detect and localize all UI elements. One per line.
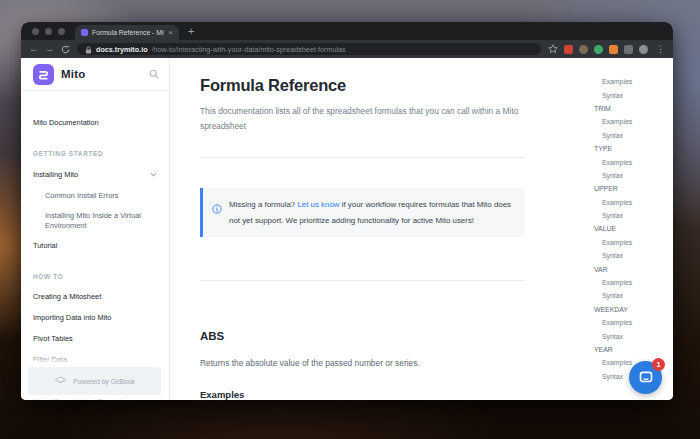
sidebar: Mito Mito Documentation GETTING STARTED … bbox=[21, 58, 170, 400]
sidebar-item-common-install-errors[interactable]: Common Install Errors bbox=[21, 191, 169, 201]
new-tab-button[interactable]: + bbox=[188, 26, 194, 37]
toc-item[interactable]: Syntax bbox=[546, 329, 673, 342]
sidebar-item-tutorial[interactable]: Tutorial bbox=[21, 241, 169, 251]
toc-item-label: Examples bbox=[602, 118, 632, 125]
main-content: Formula Reference This documentation lis… bbox=[170, 58, 546, 400]
toc-item[interactable]: Syntax bbox=[546, 209, 673, 222]
extension-green-icon[interactable] bbox=[594, 45, 603, 54]
toc-item[interactable]: Examples bbox=[546, 276, 673, 289]
toc-item[interactable]: UPPER bbox=[546, 182, 673, 195]
lock-icon bbox=[85, 43, 92, 55]
sidebar-item-label: Installing Mito bbox=[33, 170, 78, 180]
toc-item-label: Examples bbox=[602, 279, 632, 286]
chat-bubble-icon bbox=[638, 370, 654, 385]
toc-item[interactable]: TYPE bbox=[546, 142, 673, 155]
page-subtitle: This documentation lists all of the spre… bbox=[200, 104, 525, 133]
toc-item[interactable]: WEEKDAY bbox=[546, 303, 673, 316]
toc-item-label: Examples bbox=[602, 359, 632, 366]
table-of-contents: Examples Syntax TRIM Examples Syntax bbox=[546, 58, 673, 400]
close-window-button[interactable] bbox=[32, 28, 39, 35]
bookmark-star-icon[interactable] bbox=[548, 40, 558, 58]
toc-item[interactable]: Syntax bbox=[546, 249, 673, 262]
toc-item[interactable]: TRIM bbox=[546, 102, 673, 115]
toc-item[interactable]: Syntax bbox=[546, 88, 673, 101]
gitbook-footer-label: Powered by GitBook bbox=[73, 378, 135, 385]
toc-item-label: Examples bbox=[602, 239, 632, 246]
toc-item[interactable]: Examples bbox=[546, 316, 673, 329]
sidebar-item-creating-mitosheet[interactable]: Creating a Mitosheet bbox=[21, 292, 169, 302]
url-path: /how-to/interacting-with-your-data/mito-… bbox=[152, 45, 346, 54]
toc-item-label: Syntax bbox=[602, 373, 623, 380]
toc-item-label: Examples bbox=[602, 159, 632, 166]
page-content: Mito Mito Documentation GETTING STARTED … bbox=[21, 58, 673, 400]
profile-avatar[interactable] bbox=[639, 45, 648, 54]
sidebar-item-mito-documentation[interactable]: Mito Documentation bbox=[21, 118, 169, 128]
sidebar-item-installing-mito[interactable]: Installing Mito bbox=[21, 170, 169, 180]
toc-item-label: Examples bbox=[602, 78, 632, 85]
examples-heading: Examples bbox=[200, 389, 525, 400]
chat-launcher-button[interactable]: 1 bbox=[629, 361, 662, 394]
minimize-window-button[interactable] bbox=[45, 28, 52, 35]
sidebar-section-getting-started: GETTING STARTED bbox=[21, 150, 169, 159]
toolbar-extensions: ⋮ bbox=[548, 40, 665, 58]
browser-window: Formula Reference - Mito × + ← → docs.tr… bbox=[21, 22, 673, 400]
toc-item-label: VAR bbox=[594, 266, 608, 273]
sidebar-item-installing-venv[interactable]: Installing Mito Inside a Virtual Environ… bbox=[21, 211, 159, 231]
divider bbox=[200, 280, 525, 281]
formula-section-title: ABS bbox=[200, 330, 525, 342]
back-icon[interactable]: ← bbox=[29, 45, 38, 54]
chevron-down-icon[interactable] bbox=[150, 170, 157, 180]
search-icon[interactable] bbox=[149, 65, 159, 83]
toc-item[interactable]: Examples bbox=[546, 115, 673, 128]
toc-item-label: Syntax bbox=[602, 92, 623, 99]
toc-item-label: WEEKDAY bbox=[594, 306, 628, 313]
info-icon bbox=[212, 200, 222, 228]
gitbook-footer[interactable]: Powered by GitBook bbox=[28, 367, 161, 395]
toc-item[interactable]: VALUE bbox=[546, 222, 673, 235]
sidebar-item-using-formulas[interactable]: Using Spreadsheet Formulas bbox=[21, 397, 169, 400]
browser-toolbar: ← → docs.trymito.io /how-to/interacting-… bbox=[21, 40, 673, 58]
callout-prefix: Missing a formula? bbox=[229, 200, 297, 209]
sidebar-item-pivot-tables[interactable]: Pivot Tables bbox=[21, 334, 169, 344]
sidebar-item-filter-data[interactable]: Filter Data bbox=[21, 355, 169, 365]
let-us-know-link[interactable]: Let us know bbox=[297, 200, 339, 209]
browser-tab[interactable]: Formula Reference - Mito × bbox=[75, 25, 179, 40]
extension-brown-icon[interactable] bbox=[579, 45, 588, 54]
toc-item-label: Syntax bbox=[602, 292, 623, 299]
forward-icon[interactable]: → bbox=[45, 45, 54, 54]
toc-item-label: Examples bbox=[602, 319, 632, 326]
toc-item[interactable]: Syntax bbox=[546, 169, 673, 182]
toc-item-label: Examples bbox=[602, 199, 632, 206]
info-callout: Missing a formula? Let us know if your w… bbox=[200, 188, 525, 237]
sidebar-nav: Mito Documentation GETTING STARTED Insta… bbox=[21, 91, 169, 400]
tab-close-icon[interactable]: × bbox=[168, 29, 173, 37]
browser-menu-icon[interactable]: ⋮ bbox=[656, 45, 665, 54]
formula-description: Returns the absolute value of the passed… bbox=[200, 358, 525, 368]
divider bbox=[200, 157, 525, 158]
toc-item[interactable]: Syntax bbox=[546, 289, 673, 302]
zoom-window-button[interactable] bbox=[58, 28, 65, 35]
toc-item[interactable]: Examples bbox=[546, 155, 673, 168]
toc-item-label: Syntax bbox=[602, 172, 623, 179]
toc-item-label: TRIM bbox=[594, 105, 611, 112]
extensions-puzzle-icon[interactable] bbox=[624, 45, 633, 54]
toc-item[interactable]: YEAR bbox=[546, 343, 673, 356]
toc-item[interactable]: Syntax bbox=[546, 129, 673, 142]
toc-item[interactable]: Examples bbox=[546, 236, 673, 249]
address-bar[interactable]: docs.trymito.io /how-to/interacting-with… bbox=[77, 43, 541, 55]
toc-item[interactable]: Examples bbox=[546, 196, 673, 209]
reload-icon[interactable] bbox=[61, 45, 70, 54]
traffic-lights bbox=[32, 28, 65, 35]
tab-title: Formula Reference - Mito bbox=[92, 29, 164, 36]
tab-bar: Formula Reference - Mito × + bbox=[21, 22, 673, 40]
sidebar-section-how-to: HOW TO bbox=[21, 273, 169, 282]
page-title: Formula Reference bbox=[200, 76, 525, 95]
callout-text: Missing a formula? Let us know if your w… bbox=[229, 197, 513, 228]
sidebar-item-importing-data[interactable]: Importing Data into Mito bbox=[21, 313, 169, 323]
extension-red-icon[interactable] bbox=[564, 45, 573, 54]
toc-item[interactable]: Examples bbox=[546, 75, 673, 88]
toc-item-label: YEAR bbox=[594, 346, 613, 353]
extension-orange-icon[interactable] bbox=[609, 45, 618, 54]
toc-item[interactable]: VAR bbox=[546, 262, 673, 275]
gitbook-icon bbox=[54, 376, 67, 387]
